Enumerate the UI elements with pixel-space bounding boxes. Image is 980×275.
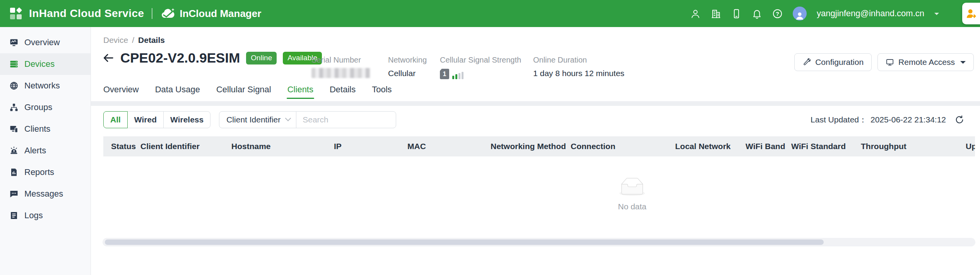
clients-panel: All Wired Wireless Client Identifier Las…	[91, 106, 980, 275]
last-updated-value: 2025-06-22 21:34:12	[871, 115, 946, 124]
sidebar-item-label: Messages	[24, 189, 63, 199]
sidebar-item-label: Overview	[24, 37, 60, 48]
device-title: CPE02-V2.0.9ESIM	[120, 50, 240, 66]
user-switch-icon	[965, 8, 977, 19]
clients-table-header: Status Client Identifier Hostname IP MAC…	[103, 136, 975, 156]
overview-chart-icon	[9, 38, 19, 47]
empty-state-text: No data	[617, 202, 647, 211]
remote-access-button[interactable]: Remote Access	[877, 53, 974, 71]
breadcrumb-separator: /	[132, 36, 134, 45]
refresh-button[interactable]	[954, 115, 965, 125]
search-field-select[interactable]: Client Identifier	[219, 115, 296, 124]
field-serial-number: Serial Number	[311, 56, 388, 79]
sidebar-item-groups[interactable]: Groups	[0, 97, 91, 118]
search-input[interactable]	[296, 115, 396, 124]
sidebar-item-label: Logs	[24, 210, 43, 221]
device-header: Device / Details CPE02-V2.0.9ESIM Online…	[91, 27, 980, 101]
content-area: Device / Details CPE02-V2.0.9ESIM Online…	[91, 27, 980, 275]
search-combo: Client Identifier	[219, 111, 396, 128]
segment-wireless[interactable]: Wireless	[163, 111, 210, 128]
device-info-fields: Serial Number Networking Cellular Cellul…	[311, 56, 624, 79]
user-admin-icon[interactable]	[690, 8, 701, 19]
account-menu-caret-icon[interactable]	[934, 13, 939, 17]
log-doc-icon	[9, 211, 19, 220]
sidebar-item-networks[interactable]: Networks	[0, 75, 91, 97]
sidebar-item-messages[interactable]: Messages	[0, 183, 91, 205]
tab-overview[interactable]: Overview	[103, 85, 139, 101]
sidebar-item-label: Groups	[24, 102, 52, 112]
sidebar-item-overview[interactable]: Overview	[0, 32, 91, 53]
sidebar-item-label: Clients	[24, 124, 50, 134]
tab-data-usage[interactable]: Data Usage	[155, 85, 200, 101]
sidebar-item-alerts[interactable]: Alerts	[0, 140, 91, 161]
svg-text:?: ?	[776, 10, 779, 17]
last-updated-label: Last Updated：	[811, 114, 867, 125]
alarm-siren-icon	[9, 146, 19, 155]
configuration-button[interactable]: Configuration	[794, 53, 872, 71]
empty-box-icon	[617, 178, 647, 197]
user-avatar[interactable]	[793, 7, 807, 20]
report-doc-icon	[9, 168, 19, 177]
sidebar-item-label: Devices	[24, 59, 55, 69]
client-type-segmented-control: All Wired Wireless	[103, 111, 210, 128]
col-header-client-identifier: Client Identifier	[140, 142, 231, 151]
field-cellular-signal-strength: Cellular Signal Strength 1	[440, 56, 533, 79]
inhand-grid-logo-icon	[10, 8, 22, 20]
col-header-status: Status	[111, 142, 140, 151]
sidebar-item-reports[interactable]: Reports	[0, 161, 91, 183]
sidebar-item-label: Networks	[24, 81, 60, 91]
col-header-up: Up	[966, 142, 975, 151]
sidebar-item-label: Alerts	[24, 146, 46, 156]
device-tabs: Overview Data Usage Cellular Signal Clie…	[103, 85, 392, 101]
breadcrumb: Device / Details	[103, 36, 165, 45]
brand: InHand Cloud Service InCloud Manager	[10, 7, 261, 20]
segment-all[interactable]: All	[103, 111, 128, 128]
brand-separator	[152, 8, 152, 19]
organization-icon[interactable]	[711, 8, 721, 19]
horizontal-scrollbar-thumb[interactable]	[105, 239, 824, 245]
server-icon	[9, 59, 19, 69]
sidebar-item-label: Reports	[24, 167, 54, 177]
col-header-wifi-band: WiFi Band	[746, 142, 791, 151]
breadcrumb-details: Details	[138, 36, 165, 45]
col-header-wifi-standard: WiFi Standard	[791, 142, 861, 151]
empty-state: No data	[617, 178, 647, 211]
wrench-icon	[802, 58, 811, 66]
col-header-mac: MAC	[407, 142, 491, 151]
sidebar-item-devices[interactable]: Devices	[0, 53, 91, 75]
back-button[interactable]	[103, 52, 114, 64]
col-header-local-network: Local Network	[675, 142, 746, 151]
help-icon[interactable]: ?	[772, 8, 783, 19]
sim-slot-icon: 1	[440, 69, 449, 79]
globe-icon	[9, 81, 19, 90]
tab-details[interactable]: Details	[330, 85, 356, 101]
mobile-device-icon[interactable]	[731, 8, 742, 19]
segment-wired[interactable]: Wired	[127, 111, 164, 128]
support-corner-widget[interactable]	[962, 3, 980, 24]
col-header-connection: Connection	[571, 142, 675, 151]
col-header-ip: IP	[334, 142, 407, 151]
last-updated: Last Updated： 2025-06-22 21:34:12	[811, 114, 965, 125]
notifications-bell-icon[interactable]	[752, 8, 762, 19]
tab-tools[interactable]: Tools	[372, 85, 392, 101]
col-header-throughput: Throughput	[861, 142, 966, 151]
col-header-networking-method: Networking Method	[491, 142, 571, 151]
sidebar-item-logs[interactable]: Logs	[0, 205, 91, 226]
horizontal-scrollbar-track[interactable]	[103, 238, 975, 246]
signal-strength-indicator: 1	[440, 69, 533, 79]
chat-bubble-icon	[9, 189, 19, 199]
brand-secondary-title: InCloud Manager	[180, 8, 261, 20]
field-networking: Networking Cellular	[388, 56, 440, 79]
brand-primary-title: InHand Cloud Service	[29, 7, 144, 20]
serial-number-redacted-value	[311, 68, 370, 78]
topbar: InHand Cloud Service InCloud Manager	[0, 0, 980, 27]
user-email[interactable]: yangjinfeng@inhand.com.cn	[817, 8, 924, 19]
tab-cellular-signal[interactable]: Cellular Signal	[216, 85, 271, 101]
group-tree-icon	[9, 103, 19, 112]
col-header-hostname: Hostname	[231, 142, 334, 151]
sidebar-item-clients[interactable]: Clients	[0, 118, 91, 140]
status-badge-online: Online	[246, 52, 277, 65]
breadcrumb-device[interactable]: Device	[103, 36, 128, 45]
tab-clients[interactable]: Clients	[287, 85, 313, 101]
monitor-icon	[886, 58, 894, 66]
